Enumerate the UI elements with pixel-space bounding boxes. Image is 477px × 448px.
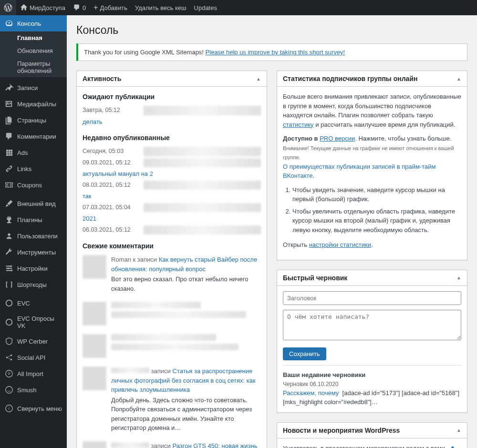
pending-post-link[interactable]: делать: [83, 117, 103, 127]
sidebar-item-import[interactable]: All Import: [0, 366, 67, 382]
sidebar-item-media[interactable]: Медиафайлы: [0, 96, 67, 112]
sidebar-item-shortcodes[interactable]: Шорткоды: [0, 276, 67, 293]
sidebar-item-dashboard[interactable]: Консоль: [0, 15, 67, 31]
sidebar-sub-updates[interactable]: Обновления: [0, 44, 67, 57]
media-icon: [5, 100, 13, 108]
svg-point-4: [6, 300, 12, 306]
admin-sidebar: Консоль Главная Обновления Параметры обн…: [0, 15, 67, 448]
collapse-icon: [5, 404, 13, 413]
circle-icon: [5, 318, 13, 326]
add-new-link[interactable]: + Добавить: [90, 0, 131, 15]
activity-box: Активность ▲ Ожидают публикации Завтра, …: [76, 71, 267, 448]
page-title: Консоль: [76, 24, 467, 37]
plus-icon: +: [93, 3, 98, 12]
draft-content-input[interactable]: [283, 310, 461, 340]
brackets-icon: [5, 280, 13, 289]
svg-point-11: [6, 405, 12, 412]
edit-icon[interactable]: [448, 445, 455, 448]
vk-advantages-link[interactable]: О преимуществах публикации записей в пра…: [283, 163, 436, 180]
add-new-text: Добавить: [100, 4, 127, 11]
recent-post-link[interactable]: актуальный мануал на 2: [83, 169, 153, 179]
svg-point-10: [6, 387, 12, 393]
coupon-icon: [5, 181, 13, 189]
sidebar-sub-home[interactable]: Главная: [0, 31, 67, 44]
home-icon: [20, 4, 28, 11]
comment-item: [83, 302, 261, 326]
pin-icon: [5, 83, 13, 92]
recent-draft-link[interactable]: Расскажем, почему: [283, 389, 339, 397]
plugin-icon: [5, 215, 13, 224]
sidebar-submenu: Главная Обновления Параметры обновлений: [0, 31, 67, 77]
wordpress-icon: [4, 3, 12, 12]
comment-item: записи Разгон GTS 450: новая жизнь старо…: [83, 441, 261, 448]
avatar: [83, 367, 106, 390]
svg-point-2: [7, 267, 9, 269]
comments-count: 0: [83, 4, 86, 11]
brush-icon: [5, 199, 13, 208]
sidebar-item-links[interactable]: Links: [0, 161, 67, 177]
shield-icon: [5, 337, 13, 346]
toggle-icon[interactable]: ▲: [456, 428, 461, 433]
sidebar-item-ads[interactable]: Ads: [0, 144, 67, 161]
save-draft-button[interactable]: Сохранить: [283, 347, 326, 360]
sidebar-item-plugins[interactable]: Плагины: [0, 212, 67, 228]
circle-icon: [5, 299, 13, 307]
wrench-icon: [5, 248, 13, 256]
stats-settings-link[interactable]: настройки статистики: [309, 241, 371, 248]
activity-header: Активность ▲: [77, 71, 267, 87]
sidebar-item-appearance[interactable]: Внешний вид: [0, 195, 67, 212]
news-events-box: Новости и мероприятия WordPress ▲ Участв…: [277, 422, 467, 448]
toggle-icon[interactable]: ▲: [456, 76, 461, 81]
share-icon: [5, 353, 13, 362]
draft-title-input[interactable]: [283, 291, 461, 305]
sidebar-item-coupons[interactable]: Coupons: [0, 177, 67, 193]
sidebar-item-tools[interactable]: Инструменты: [0, 244, 67, 260]
sidebar-item-users[interactable]: Пользователи: [0, 228, 67, 244]
pro-link[interactable]: PRO версии: [320, 135, 355, 142]
avatar: [83, 441, 106, 448]
sidebar-sub-update-params[interactable]: Параметры обновлений: [0, 57, 67, 77]
stats-box: Статистика подписчиков группы онлайн ▲ Б…: [277, 71, 467, 260]
notice-xml-sitemaps: Thank you for using Google XML Sitemaps!…: [76, 43, 467, 61]
toggle-icon[interactable]: ▲: [256, 76, 261, 81]
avatar: [83, 302, 106, 326]
comment-item: [83, 334, 261, 358]
sidebar-item-posts[interactable]: Записи: [0, 80, 67, 96]
toggle-icon[interactable]: ▲: [456, 275, 461, 280]
sidebar-item-evc[interactable]: EVC: [0, 295, 67, 311]
svg-point-7: [10, 355, 12, 356]
admin-topbar: МирДоступа 0 + Добавить Удалить весь кеш…: [0, 0, 477, 15]
sidebar-item-evc-polls[interactable]: EVC Опросы VK: [0, 311, 67, 333]
main-content: Консоль Thank you for using Google XML S…: [67, 15, 477, 448]
svg-point-3: [11, 270, 13, 272]
site-name-link[interactable]: МирДоступа: [16, 0, 69, 15]
notice-survey-link[interactable]: Please help us improve by taking this sh…: [206, 49, 345, 56]
sidebar-item-smush[interactable]: Smush: [0, 382, 67, 398]
comments-link[interactable]: 0: [69, 0, 90, 15]
svg-point-6: [6, 356, 8, 358]
sidebar-item-comments[interactable]: Комментарии: [0, 128, 67, 144]
users-icon: [5, 232, 13, 240]
wp-logo[interactable]: [0, 0, 16, 15]
comment-item: Roman к записи Как вернуть старый Вайбер…: [83, 255, 261, 293]
stats-link[interactable]: статистику: [283, 121, 314, 128]
avatar: [83, 255, 106, 279]
sidebar-item-cerber[interactable]: WP Cerber: [0, 333, 67, 349]
sidebar-item-social[interactable]: Social API: [0, 349, 67, 366]
import-icon: [5, 369, 13, 378]
page-icon: [5, 116, 13, 124]
sidebar-item-settings[interactable]: Настройки: [0, 260, 67, 276]
recent-post-link[interactable]: 2021: [83, 214, 96, 224]
dashboard-icon: [5, 19, 13, 28]
sidebar-item-pages[interactable]: Страницы: [0, 112, 67, 128]
purge-cache-link[interactable]: Удалить весь кеш: [131, 0, 190, 15]
updates-link[interactable]: Updates: [190, 0, 221, 15]
sidebar-collapse[interactable]: Свернуть меню: [0, 400, 67, 417]
svg-point-1: [10, 265, 12, 267]
comments-icon: [5, 132, 13, 141]
svg-point-8: [10, 359, 12, 361]
recent-post-link[interactable]: так: [83, 192, 92, 201]
avatar: [83, 334, 106, 358]
sliders-icon: [5, 264, 13, 273]
svg-point-5: [6, 319, 12, 326]
